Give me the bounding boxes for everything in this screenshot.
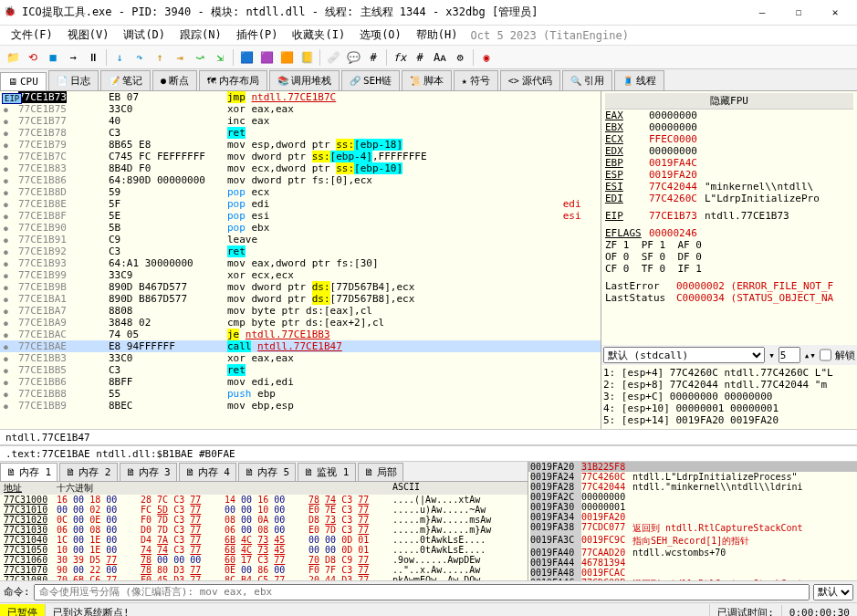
menu-help[interactable]: 帮助(H) (409, 26, 465, 45)
stop-icon[interactable]: ■ (44, 48, 62, 67)
stack-arg[interactable]: 5: [esp+14] 0019FA20 0019FA20 (603, 414, 855, 426)
disasm-row[interactable]: ●77CE1B8E5Fpop ediedi (0, 198, 601, 210)
stack-row[interactable]: 0019FA2877C42044ntdll."minkernel\\ntdll\… (528, 482, 857, 492)
reg-edx[interactable]: EDX00000000 (605, 145, 853, 157)
dump-row[interactable]: 77C3106030 39 D5 7778 00 00 0060 17 C3 7… (0, 555, 528, 565)
dump-row[interactable]: 77C310200C 00 0E 00F0 7D C3 7708 00 0A 0… (0, 515, 528, 525)
font-icon[interactable]: Aᴀ (431, 48, 449, 67)
disasm-row[interactable]: ●77CE1B92C3ret (0, 245, 601, 257)
reg-eflags[interactable]: EFLAGS (605, 227, 642, 239)
trace-into-icon[interactable]: ⇥ (171, 48, 189, 67)
step-into-icon[interactable]: ↓ (110, 48, 129, 67)
close-button[interactable]: ✕ (817, 1, 853, 25)
breakpoint-dot[interactable]: ● (4, 296, 8, 304)
stack-row[interactable]: 0019FA340019FA20 (528, 512, 857, 522)
menu-view[interactable]: 视图(V) (60, 26, 117, 45)
stack-arg[interactable]: 1: [esp+4] 77C4260C ntdll.77C4260C L"L (603, 367, 855, 379)
reg-ebx[interactable]: EBX00000000 (605, 121, 853, 133)
pause-icon[interactable]: ⏸ (84, 48, 102, 67)
breakpoint-dot[interactable]: ● (4, 213, 8, 221)
menu-favorite[interactable]: 收藏夹(I) (285, 26, 352, 45)
dump-tab-3[interactable]: 🗎内存 4 (179, 463, 236, 481)
command-input[interactable] (34, 584, 810, 600)
disasm-row[interactable]: ●77CE1B78C3ret (0, 127, 601, 139)
calling-convention-select[interactable]: 默认 (stdcall) (603, 347, 765, 363)
menu-file[interactable]: 文件(F) (4, 26, 60, 45)
tool-2-icon[interactable]: 🟪 (257, 48, 276, 67)
stack-row[interactable]: 0019FA480019FCAC (528, 568, 857, 578)
stack-view[interactable]: 0019FA2031B225F80019FA2477C4260Cntdll.L"… (528, 462, 857, 580)
breakpoint-dot[interactable]: ● (4, 141, 8, 150)
disasm-row[interactable]: ●77CE1B9364:A1 30000000mov eax,dword ptr… (0, 257, 601, 269)
stack-row[interactable]: 0019FA4077CAAD20ntdll.wcstombs+70 (528, 548, 857, 558)
stack-row[interactable]: 0019FA3877CDC077返回到 ntdll.RtlCaptureStac… (528, 522, 857, 535)
tab-cpu[interactable]: 🖥CPU (0, 72, 47, 90)
maximize-button[interactable]: ☐ (780, 1, 817, 25)
fpu-toggle[interactable]: 隐藏FPU (605, 93, 853, 110)
reg-eax[interactable]: EAX00000000 (605, 110, 853, 121)
tab-bp[interactable]: ●断点 (152, 70, 197, 90)
disasm-row[interactable]: ●77CE1B9B890D B467D577mov dword ptr ds:[… (0, 281, 601, 293)
stack-arg[interactable]: 3: [esp+C] 00000000 00000000 (603, 391, 855, 402)
dump-row[interactable]: 77C3108070 6B C6 77F0 45 D3 778C B4 C5 7… (0, 575, 528, 580)
menu-plugin[interactable]: 插件(P) (229, 26, 286, 45)
unlock-checkbox[interactable] (820, 347, 831, 363)
disasm-row[interactable]: ●77CE1B8664:890D 00000000mov dword ptr f… (0, 174, 601, 186)
search-icon[interactable]: ◉ (477, 48, 496, 67)
tab-thread[interactable]: 🧵线程 (614, 70, 664, 90)
reg-ecx[interactable]: ECXFFEC0000 (605, 133, 853, 145)
dump-row[interactable]: 77C3103006 00 08 00D0 7D C3 7706 00 08 0… (0, 525, 528, 535)
breakpoint-dot[interactable]: ● (4, 331, 8, 339)
dump-tab-5[interactable]: 🗎监视 1 (298, 463, 355, 481)
disasm-row[interactable]: ●77CE1B8F5Epop esiesi (0, 210, 601, 222)
stack-row[interactable]: 0019FA2477C4260Cntdll.L"LdrpInitializePr… (528, 472, 857, 482)
command-mode-select[interactable]: 默认 (813, 584, 853, 600)
stack-row[interactable]: 0019FA2031B225F8 (528, 462, 857, 472)
stack-row[interactable]: 0019FA4446781394 (528, 558, 857, 568)
minimize-button[interactable]: — (744, 1, 780, 25)
breakpoint-dot[interactable]: ● (4, 177, 8, 185)
tab-callstack[interactable]: 📚调用堆栈 (269, 70, 340, 90)
tool-3-icon[interactable]: 🟧 (277, 48, 296, 67)
dump-tab-6[interactable]: 🗎局部 (358, 463, 403, 481)
tab-symbol[interactable]: ★符号 (454, 70, 498, 90)
menu-trace[interactable]: 跟踪(N) (172, 26, 229, 45)
disasm-row[interactable]: ●77CE1BB855push ebp (0, 388, 601, 400)
reg-eip[interactable]: EIP (605, 210, 642, 222)
run-icon[interactable]: → (64, 48, 82, 67)
arg-stepper[interactable]: ▴▾ (804, 350, 816, 361)
disasm-row[interactable]: ●77CE1B9933C9xor ecx,ecx (0, 269, 601, 281)
breakpoint-dot[interactable]: ● (4, 308, 8, 316)
stack-arg[interactable]: 4: [esp+10] 00000001 00000001 (603, 402, 855, 414)
stack-args-view[interactable]: 1: [esp+4] 77C4260C ntdll.77C4260C L"L2:… (601, 365, 857, 429)
step-over-icon[interactable]: ↷ (131, 48, 149, 67)
dump-tab-2[interactable]: 🗎内存 3 (120, 463, 177, 481)
breakpoint-dot[interactable]: ● (4, 106, 8, 114)
stack-row[interactable]: 0019FA2C00000000 (528, 492, 857, 502)
dump-tab-1[interactable]: 🗎内存 2 (59, 463, 117, 481)
breakpoint-dot[interactable]: ● (4, 260, 8, 268)
breakpoint-dot[interactable]: ● (4, 355, 8, 363)
disasm-row[interactable]: ●77CE1B8D59pop ecx (0, 186, 601, 198)
tab-script[interactable]: 📜脚本 (402, 70, 452, 90)
reg-ebp[interactable]: EBP0019FA4C (605, 157, 853, 169)
dump-tab-0[interactable]: 🗎内存 1 (0, 463, 57, 481)
disasm-row[interactable]: ●77CE1BB98BECmov ebp,esp (0, 400, 601, 412)
disasm-row[interactable]: ●77CE1BA1890D B867D577mov dword ptr ds:[… (0, 293, 601, 305)
disasm-row[interactable]: ●77CE1B91C9leave (0, 234, 601, 245)
disasm-row[interactable]: ●77CE1B798B65 E8mov esp,dword ptr ss:[eb… (0, 139, 601, 151)
memory-dump-view[interactable]: 地址 十六进制 ASCII 77C3100016 00 18 0028 7C C… (0, 482, 528, 580)
dump-row[interactable]: 77C3107090 00 22 0078 80 D3 770E 00 86 0… (0, 565, 528, 575)
patch-icon[interactable]: 🩹 (324, 48, 342, 67)
disasm-row[interactable]: ●77CE1BB68BFFmov edi,edi (0, 376, 601, 388)
menu-option[interactable]: 选项(O) (352, 26, 409, 45)
breakpoint-dot[interactable]: ● (4, 391, 8, 399)
breakpoint-dot[interactable]: ● (4, 165, 8, 173)
disasm-row[interactable]: ●77CE1BA93848 02cmp byte ptr ds:[eax+2],… (0, 317, 601, 329)
disasm-row[interactable]: ●77CE1BAC74 05je ntdll.77CE1BB3 (0, 329, 601, 340)
disasm-row[interactable]: ●77CE1BB5C3ret (0, 364, 601, 376)
open-icon[interactable]: 📁 (4, 48, 22, 67)
disasm-row[interactable]: ●77CE1B905Bpop ebx (0, 222, 601, 234)
comment-icon[interactable]: 💬 (344, 48, 362, 67)
run-to-icon[interactable]: ⇲ (211, 48, 229, 67)
